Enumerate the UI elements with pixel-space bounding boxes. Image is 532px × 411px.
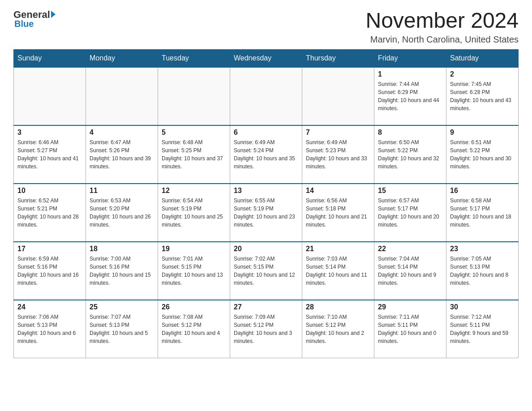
day-number: 14 xyxy=(306,187,370,195)
day-info: Sunrise: 7:44 AMSunset: 6:29 PMDaylight:… xyxy=(378,80,442,112)
day-info: Sunrise: 7:00 AMSunset: 5:16 PMDaylight:… xyxy=(90,255,154,287)
calendar-cell: 2Sunrise: 7:45 AMSunset: 6:28 PMDaylight… xyxy=(446,67,519,125)
day-info: Sunrise: 7:08 AMSunset: 5:12 PMDaylight:… xyxy=(162,313,226,345)
day-info: Sunrise: 6:58 AMSunset: 5:17 PMDaylight:… xyxy=(450,197,515,229)
day-info: Sunrise: 6:50 AMSunset: 5:22 PMDaylight:… xyxy=(378,138,442,171)
calendar-cell: 14Sunrise: 6:56 AMSunset: 5:18 PMDayligh… xyxy=(302,184,374,242)
calendar-cell: 6Sunrise: 6:49 AMSunset: 5:24 PMDaylight… xyxy=(230,125,302,184)
day-number: 6 xyxy=(234,128,298,137)
calendar-cell: 26Sunrise: 7:08 AMSunset: 5:12 PMDayligh… xyxy=(158,300,230,358)
day-number: 19 xyxy=(162,245,226,253)
day-number: 7 xyxy=(306,128,370,137)
day-number: 5 xyxy=(162,128,226,137)
calendar-header-saturday: Saturday xyxy=(446,49,519,67)
day-info: Sunrise: 7:09 AMSunset: 5:12 PMDaylight:… xyxy=(234,313,298,345)
day-number: 13 xyxy=(234,187,298,195)
calendar-table: SundayMondayTuesdayWednesdayThursdayFrid… xyxy=(13,49,519,359)
calendar-cell: 11Sunrise: 6:53 AMSunset: 5:20 PMDayligh… xyxy=(86,184,158,242)
day-number: 24 xyxy=(17,303,82,311)
subtitle: Marvin, North Carolina, United States xyxy=(365,34,519,45)
day-number: 28 xyxy=(306,303,370,311)
day-number: 1 xyxy=(378,70,442,78)
calendar-cell: 19Sunrise: 7:01 AMSunset: 5:15 PMDayligh… xyxy=(158,242,230,300)
calendar-header-tuesday: Tuesday xyxy=(158,49,230,67)
logo: General Blue xyxy=(13,9,56,29)
calendar-cell xyxy=(14,67,86,125)
day-number: 26 xyxy=(162,303,226,311)
day-number: 18 xyxy=(90,245,154,253)
calendar-cell: 5Sunrise: 6:48 AMSunset: 5:25 PMDaylight… xyxy=(158,125,230,184)
calendar-header-thursday: Thursday xyxy=(302,49,374,67)
day-number: 30 xyxy=(450,303,515,311)
day-info: Sunrise: 6:56 AMSunset: 5:18 PMDaylight:… xyxy=(306,197,370,229)
calendar-cell: 1Sunrise: 7:44 AMSunset: 6:29 PMDaylight… xyxy=(374,67,446,125)
day-number: 25 xyxy=(90,303,154,311)
day-info: Sunrise: 6:46 AMSunset: 5:27 PMDaylight:… xyxy=(17,138,82,171)
day-info: Sunrise: 6:52 AMSunset: 5:21 PMDaylight:… xyxy=(17,197,82,229)
calendar-cell: 25Sunrise: 7:07 AMSunset: 5:13 PMDayligh… xyxy=(86,300,158,358)
day-info: Sunrise: 7:11 AMSunset: 5:11 PMDaylight:… xyxy=(378,313,442,345)
calendar-cell: 24Sunrise: 7:06 AMSunset: 5:13 PMDayligh… xyxy=(14,300,86,358)
day-info: Sunrise: 7:03 AMSunset: 5:14 PMDaylight:… xyxy=(306,255,370,287)
day-number: 23 xyxy=(450,245,515,253)
calendar-cell: 10Sunrise: 6:52 AMSunset: 5:21 PMDayligh… xyxy=(14,184,86,242)
day-info: Sunrise: 7:10 AMSunset: 5:12 PMDaylight:… xyxy=(306,313,370,345)
day-number: 9 xyxy=(450,128,515,137)
title-area: November 2024 Marvin, North Carolina, Un… xyxy=(365,9,519,45)
day-number: 4 xyxy=(90,128,154,137)
day-number: 11 xyxy=(90,187,154,195)
calendar-cell: 18Sunrise: 7:00 AMSunset: 5:16 PMDayligh… xyxy=(86,242,158,300)
day-info: Sunrise: 7:06 AMSunset: 5:13 PMDaylight:… xyxy=(17,313,82,345)
day-info: Sunrise: 7:02 AMSunset: 5:15 PMDaylight:… xyxy=(234,255,298,287)
calendar-cell: 17Sunrise: 6:59 AMSunset: 5:16 PMDayligh… xyxy=(14,242,86,300)
calendar-cell xyxy=(86,67,158,125)
calendar-cell: 3Sunrise: 6:46 AMSunset: 5:27 PMDaylight… xyxy=(14,125,86,184)
calendar-cell: 9Sunrise: 6:51 AMSunset: 5:22 PMDaylight… xyxy=(446,125,519,184)
calendar-week-5: 24Sunrise: 7:06 AMSunset: 5:13 PMDayligh… xyxy=(14,300,519,358)
calendar-cell: 22Sunrise: 7:04 AMSunset: 5:14 PMDayligh… xyxy=(374,242,446,300)
page-header: General Blue November 2024 Marvin, North… xyxy=(13,9,519,45)
day-number: 8 xyxy=(378,128,442,137)
calendar-cell: 12Sunrise: 6:54 AMSunset: 5:19 PMDayligh… xyxy=(158,184,230,242)
day-info: Sunrise: 7:07 AMSunset: 5:13 PMDaylight:… xyxy=(90,313,154,345)
calendar-cell xyxy=(230,67,302,125)
calendar-cell: 16Sunrise: 6:58 AMSunset: 5:17 PMDayligh… xyxy=(446,184,519,242)
day-number: 12 xyxy=(162,187,226,195)
day-number: 17 xyxy=(17,245,82,253)
day-number: 15 xyxy=(378,187,442,195)
calendar-cell: 13Sunrise: 6:55 AMSunset: 5:19 PMDayligh… xyxy=(230,184,302,242)
day-info: Sunrise: 7:45 AMSunset: 6:28 PMDaylight:… xyxy=(450,80,515,112)
day-info: Sunrise: 6:49 AMSunset: 5:23 PMDaylight:… xyxy=(306,138,370,171)
page-title: November 2024 xyxy=(365,9,519,33)
day-info: Sunrise: 7:04 AMSunset: 5:14 PMDaylight:… xyxy=(378,255,442,287)
day-info: Sunrise: 6:57 AMSunset: 5:17 PMDaylight:… xyxy=(378,197,442,229)
calendar-cell xyxy=(302,67,374,125)
calendar-header-wednesday: Wednesday xyxy=(230,49,302,67)
calendar-cell: 4Sunrise: 6:47 AMSunset: 5:26 PMDaylight… xyxy=(86,125,158,184)
calendar-header-row: SundayMondayTuesdayWednesdayThursdayFrid… xyxy=(14,49,519,67)
day-info: Sunrise: 6:51 AMSunset: 5:22 PMDaylight:… xyxy=(450,138,515,171)
day-number: 21 xyxy=(306,245,370,253)
day-info: Sunrise: 7:01 AMSunset: 5:15 PMDaylight:… xyxy=(162,255,226,287)
calendar-cell: 7Sunrise: 6:49 AMSunset: 5:23 PMDaylight… xyxy=(302,125,374,184)
day-info: Sunrise: 7:12 AMSunset: 5:11 PMDaylight:… xyxy=(450,313,515,345)
day-number: 22 xyxy=(378,245,442,253)
calendar-cell: 27Sunrise: 7:09 AMSunset: 5:12 PMDayligh… xyxy=(230,300,302,358)
calendar-header-sunday: Sunday xyxy=(14,49,86,67)
day-number: 16 xyxy=(450,187,515,195)
day-info: Sunrise: 7:05 AMSunset: 5:13 PMDaylight:… xyxy=(450,255,515,287)
calendar-cell: 29Sunrise: 7:11 AMSunset: 5:11 PMDayligh… xyxy=(374,300,446,358)
calendar-header-friday: Friday xyxy=(374,49,446,67)
logo-arrow-icon xyxy=(51,11,56,18)
calendar-week-3: 10Sunrise: 6:52 AMSunset: 5:21 PMDayligh… xyxy=(14,184,519,242)
calendar-cell: 15Sunrise: 6:57 AMSunset: 5:17 PMDayligh… xyxy=(374,184,446,242)
day-info: Sunrise: 6:55 AMSunset: 5:19 PMDaylight:… xyxy=(234,197,298,229)
calendar-cell xyxy=(158,67,230,125)
day-number: 27 xyxy=(234,303,298,311)
calendar-cell: 20Sunrise: 7:02 AMSunset: 5:15 PMDayligh… xyxy=(230,242,302,300)
calendar-cell: 28Sunrise: 7:10 AMSunset: 5:12 PMDayligh… xyxy=(302,300,374,358)
day-info: Sunrise: 6:54 AMSunset: 5:19 PMDaylight:… xyxy=(162,197,226,229)
calendar-week-4: 17Sunrise: 6:59 AMSunset: 5:16 PMDayligh… xyxy=(14,242,519,300)
calendar-cell: 21Sunrise: 7:03 AMSunset: 5:14 PMDayligh… xyxy=(302,242,374,300)
day-info: Sunrise: 6:53 AMSunset: 5:20 PMDaylight:… xyxy=(90,197,154,229)
